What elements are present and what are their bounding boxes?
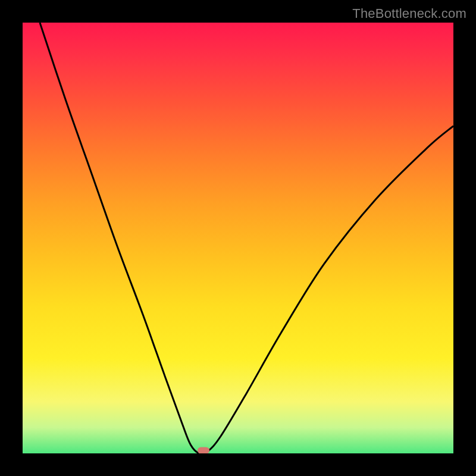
bottleneck-curve bbox=[40, 23, 453, 453]
curve-svg bbox=[23, 23, 453, 453]
watermark-text: TheBottleneck.com bbox=[352, 6, 466, 21]
plot-area bbox=[23, 23, 453, 453]
chart-frame: TheBottleneck.com bbox=[0, 0, 476, 476]
minimum-marker bbox=[198, 447, 209, 453]
